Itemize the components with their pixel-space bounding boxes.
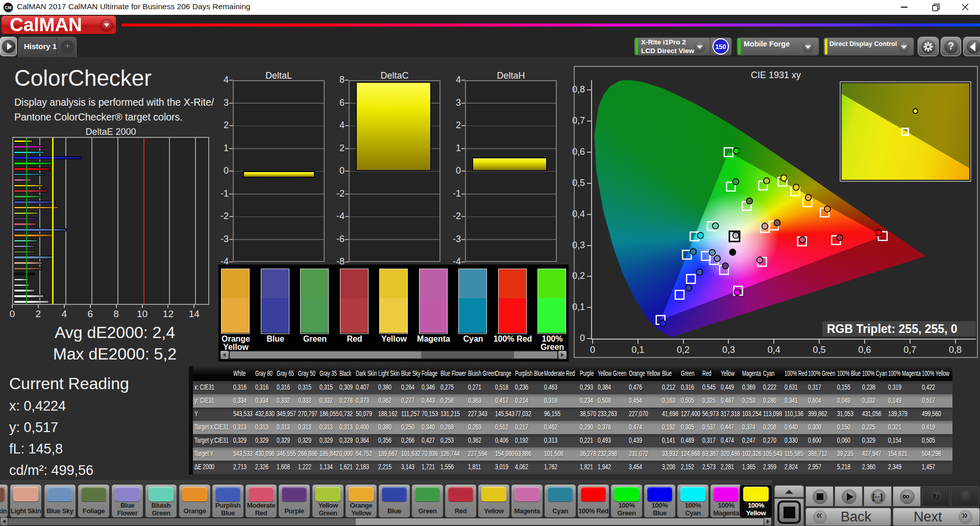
svg-text:CM: CM xyxy=(5,5,11,10)
